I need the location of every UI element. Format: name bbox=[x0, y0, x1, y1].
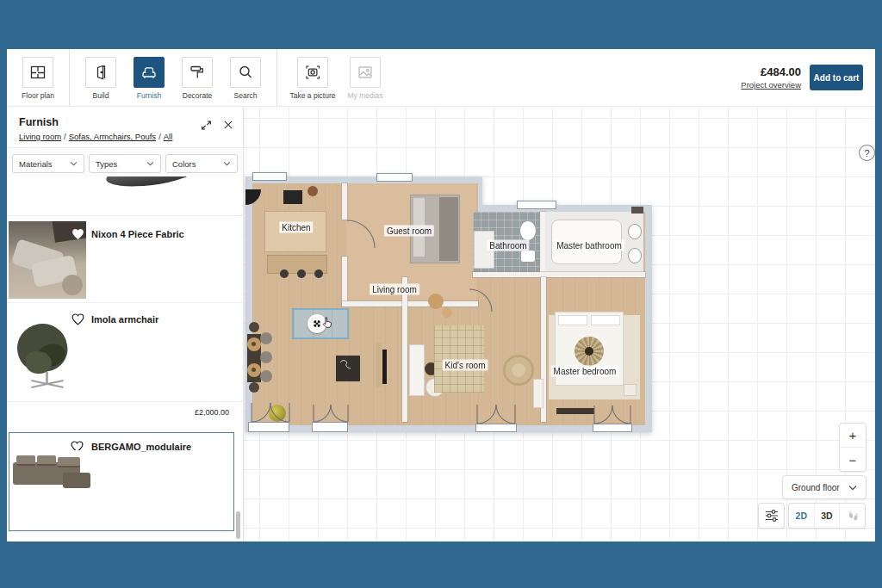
tool-label: Build bbox=[93, 91, 109, 100]
photo-table bbox=[62, 275, 83, 295]
breadcrumb: Living room/Sofas, Armchairs, Poufs/All bbox=[19, 132, 231, 141]
floor-selector-label: Ground floor bbox=[792, 483, 840, 492]
room-label: Living room bbox=[370, 284, 419, 295]
tool-furnish[interactable]: Furnish bbox=[125, 49, 173, 106]
filter-label: Colors bbox=[172, 159, 196, 169]
room-label: Kitchen bbox=[279, 222, 313, 233]
toolbar-divider bbox=[276, 49, 277, 106]
product-name: BERGAMO_modulaire bbox=[91, 442, 191, 452]
tool-label: Furnish bbox=[137, 91, 161, 100]
chevron-down-icon bbox=[70, 161, 78, 166]
tool-search[interactable]: Search bbox=[221, 49, 270, 106]
product-card-partial[interactable] bbox=[7, 176, 243, 216]
tool-my-medias[interactable]: My medias bbox=[341, 49, 389, 106]
filter-materials[interactable]: Materials bbox=[12, 154, 84, 173]
zoom-controls: + − bbox=[839, 423, 866, 472]
sliders-icon bbox=[764, 508, 780, 523]
zoom-out-button[interactable]: − bbox=[840, 448, 866, 472]
camera-icon bbox=[297, 57, 328, 88]
tool-build[interactable]: Build bbox=[77, 49, 125, 106]
close-icon bbox=[222, 119, 234, 131]
room-label: Bathroom bbox=[487, 240, 529, 251]
product-card-nixon[interactable]: Nixon 4 Piece Fabric bbox=[7, 216, 243, 303]
close-panel-button[interactable] bbox=[220, 117, 236, 133]
paint-roller-icon bbox=[182, 57, 213, 88]
cart-area: £484.00 Project overview Add to cart bbox=[741, 49, 875, 106]
expand-panel-button[interactable] bbox=[198, 117, 214, 133]
product-price: £2,000.00 bbox=[7, 401, 243, 422]
tool-label: Take a picture bbox=[290, 91, 336, 100]
footprints-icon bbox=[846, 509, 860, 523]
view-3d-button[interactable]: 3D bbox=[815, 504, 841, 528]
product-card-imola[interactable]: Imola armchair £2,000.00 bbox=[7, 303, 243, 422]
room-label: Master bedroom bbox=[551, 366, 619, 377]
tool-take-picture[interactable]: Take a picture bbox=[284, 49, 341, 106]
tool-label: Floor plan bbox=[22, 91, 54, 100]
product-card-bergamo[interactable]: BERGAMO_modulaire bbox=[9, 432, 234, 531]
panel-header: Furnish Living room/Sofas, Armchairs, Po… bbox=[7, 107, 243, 147]
floor-selector[interactable]: Ground floor bbox=[782, 475, 866, 499]
sofa-cushion bbox=[16, 455, 35, 466]
breadcrumb-separator: / bbox=[64, 132, 66, 141]
filter-colors[interactable]: Colors bbox=[165, 154, 238, 173]
breadcrumb-living-room[interactable]: Living room bbox=[19, 132, 61, 141]
room-label: Guest room bbox=[384, 226, 434, 237]
help-button[interactable]: ? bbox=[859, 145, 875, 161]
room-label: Kid's room bbox=[443, 360, 488, 371]
tool-decorate[interactable]: Decorate bbox=[173, 49, 221, 106]
floor-plan-icon bbox=[22, 57, 53, 88]
floor-plan-canvas[interactable]: Kitchen Guest room Bathroom Master bathr… bbox=[244, 107, 875, 542]
sofa-cushion bbox=[58, 457, 80, 467]
door-icon bbox=[85, 57, 116, 88]
armchair-icon bbox=[134, 57, 165, 88]
tool-floor-plan[interactable]: Floor plan bbox=[14, 49, 62, 106]
chevron-down-icon bbox=[146, 161, 154, 166]
filter-bar: Materials Types Colors bbox=[7, 147, 243, 180]
expand-icon bbox=[200, 119, 213, 132]
door-arcs-overlay bbox=[244, 169, 657, 437]
chevron-down-icon bbox=[223, 161, 231, 166]
hand-cursor bbox=[320, 316, 334, 333]
display-settings-button[interactable] bbox=[758, 503, 785, 529]
product-image bbox=[105, 176, 197, 190]
sofa-cushion bbox=[37, 455, 56, 466]
product-image bbox=[10, 324, 84, 393]
panel-scrollbar-thumb[interactable] bbox=[236, 511, 240, 539]
walkthrough-button[interactable] bbox=[840, 504, 865, 528]
favorite-heart-icon[interactable] bbox=[71, 312, 85, 330]
view-2d-button[interactable]: 2D bbox=[789, 504, 815, 528]
chevron-down-icon bbox=[848, 485, 857, 491]
project-overview-link[interactable]: Project overview bbox=[741, 80, 801, 90]
breadcrumb-sofas[interactable]: Sofas, Armchairs, Poufs bbox=[69, 132, 156, 141]
toolbar: Floor plan Build Furnish Decorate Searc bbox=[7, 49, 875, 107]
floor-plan: Kitchen Guest room Bathroom Master bathr… bbox=[244, 169, 657, 437]
add-to-cart-button[interactable]: Add to cart bbox=[810, 65, 863, 90]
app-window: Floor plan Build Furnish Decorate Searc bbox=[7, 49, 875, 542]
breadcrumb-separator: / bbox=[158, 132, 161, 141]
filter-label: Types bbox=[96, 159, 117, 169]
tool-label: My medias bbox=[347, 91, 382, 100]
filter-types[interactable]: Types bbox=[89, 154, 161, 173]
furnish-panel: Furnish Living room/Sofas, Armchairs, Po… bbox=[7, 107, 244, 542]
cart-total: £484.00 bbox=[761, 65, 801, 78]
product-name: Nixon 4 Piece Fabric bbox=[91, 229, 184, 239]
product-list: Nixon 4 Piece Fabric Imola armchair £2,0… bbox=[7, 176, 243, 542]
toolbar-divider bbox=[69, 49, 70, 106]
view-mode-toggle: 2D 3D bbox=[788, 503, 866, 529]
filter-label: Materials bbox=[19, 159, 53, 169]
image-icon bbox=[350, 57, 381, 88]
breadcrumb-all[interactable]: All bbox=[164, 132, 173, 141]
page: { "colors": { "frame": "#31688f", "accen… bbox=[0, 0, 882, 588]
room-label: Master bathroom bbox=[554, 240, 624, 251]
tool-label: Decorate bbox=[183, 91, 213, 100]
magnifier-icon bbox=[230, 57, 261, 88]
zoom-in-button[interactable]: + bbox=[840, 424, 866, 448]
chair-front bbox=[26, 351, 52, 374]
sofa-chaise bbox=[63, 473, 90, 488]
tool-label: Search bbox=[234, 91, 258, 100]
product-name: Imola armchair bbox=[91, 314, 158, 325]
product-image bbox=[13, 450, 96, 495]
favorite-heart-icon[interactable] bbox=[71, 226, 85, 244]
